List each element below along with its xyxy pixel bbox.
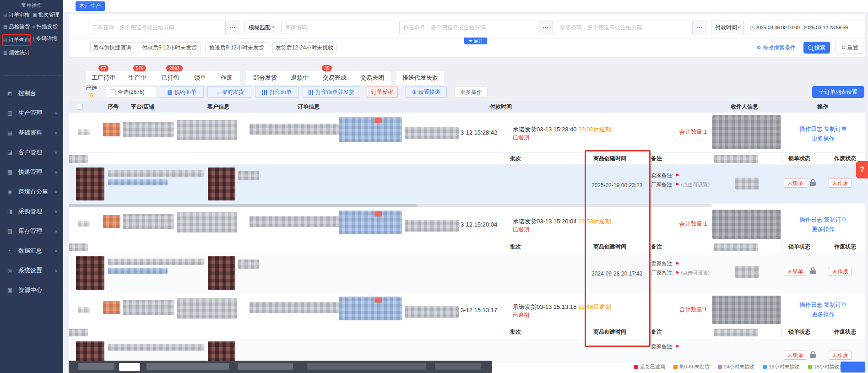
sidebar-item-crossborder[interactable]: ◉跨境首公里∨ xyxy=(0,182,63,201)
tab-factory-production[interactable]: 本厂生产 xyxy=(76,1,105,11)
save-quick-query-button[interactable]: 另存为快捷查询 xyxy=(90,42,134,53)
order-row-group: 3-12 15:20:04 承诺发货03-13 15:20:04 22:53后逾… xyxy=(69,208,865,293)
early-ship-button[interactable]: →提前发货 xyxy=(207,86,251,98)
horizontal-scrollbar[interactable] xyxy=(69,204,712,207)
reset-button[interactable]: ↻重置 xyxy=(835,42,864,54)
header-checkbox[interactable] xyxy=(77,104,83,110)
lock-icon[interactable] xyxy=(809,178,816,188)
redacted-shop-name xyxy=(123,122,174,137)
reaudit-button[interactable]: 订单反审 xyxy=(367,86,398,98)
tab-closed[interactable]: 交易关闭 xyxy=(353,71,391,85)
search-button[interactable]: 搜索 xyxy=(803,42,830,54)
sidebar-item-production[interactable]: ▥生产管理∨ xyxy=(0,103,63,123)
sidebar-item-label: 跨境首公里 xyxy=(18,188,48,196)
search-label: 搜索 xyxy=(814,44,825,52)
tab-packed[interactable]: 已打包 xyxy=(154,71,187,85)
op-copy-link[interactable]: 复制订单 xyxy=(824,302,847,308)
sidebar-item-express[interactable]: ▦快递管理∨ xyxy=(0,162,63,182)
sidebar-item-inventory[interactable]: ▧库存管理∨ xyxy=(0,221,63,241)
lock-icon[interactable] xyxy=(809,351,816,360)
op-more-link[interactable]: 更多操作 xyxy=(812,226,835,232)
order-query-more-button[interactable]: ••• xyxy=(226,21,240,34)
op-more-link[interactable]: 更多操作 xyxy=(812,135,835,142)
time-field-select[interactable]: 付款时间 xyxy=(711,21,744,34)
redacted-product-title xyxy=(108,259,204,265)
badge-in-production: 526 xyxy=(133,65,146,72)
order-query-input[interactable] xyxy=(88,21,226,34)
op-log-link[interactable]: 操作日志 xyxy=(799,302,822,308)
sidebar-item-console[interactable]: ◩控制台 xyxy=(0,83,63,103)
quick-link-batch-mgmt[interactable]: ▣批次管理 xyxy=(31,10,62,20)
production-icon: ▥ xyxy=(7,110,15,116)
subcol-void-status: 作废状态 xyxy=(834,241,856,254)
corner-action-button[interactable] xyxy=(841,362,865,373)
merchant-code-input[interactable] xyxy=(281,21,395,34)
filter-uncollected-12-24h[interactable]: 发货后12-24小时未揽收 xyxy=(272,42,336,53)
order-main-row: 3-12 15:20:04 承诺发货03-13 15:20:04 22:53后逾… xyxy=(69,208,865,241)
redacted-page-size xyxy=(238,363,293,370)
sidebar-item-customers[interactable]: ◪客户管理∨ xyxy=(0,142,63,162)
sidebar-item-system-settings[interactable]: ◎系统设置∨ xyxy=(0,260,63,280)
column-divider xyxy=(781,328,781,337)
sidebar-item-purchase[interactable]: ◨采购管理∨ xyxy=(0,201,63,221)
quick-link-performance-stats[interactable]: ▥绩效统计 xyxy=(2,48,31,58)
filter-pushed-unshipped-9-12h[interactable]: 推送后9-12小时未发货 xyxy=(205,42,268,53)
sub-order-list-settings-button[interactable]: 子订单列表设置 xyxy=(812,86,864,98)
qc-check-icon: ▤ xyxy=(3,24,7,29)
performance-stats-icon: ▥ xyxy=(3,50,7,55)
sidebar-item-label: 快递管理 xyxy=(18,168,42,176)
tab-partial-shipped[interactable]: 部分发货 xyxy=(246,71,284,85)
print-and-ship-button[interactable]: 打印面单并发货 xyxy=(303,86,360,98)
tab-locked[interactable]: 锁单 xyxy=(187,71,214,85)
legend-color-icon xyxy=(673,365,678,369)
tab-refunding[interactable]: 退款中 xyxy=(284,71,316,85)
quick-link-qc-check[interactable]: ▤品检验货 xyxy=(2,22,31,32)
sidebar-item-base-data[interactable]: ▤基础资料∨ xyxy=(0,123,63,142)
scrollbar-thumb[interactable] xyxy=(69,204,417,207)
lock-icon[interactable] xyxy=(809,267,816,276)
modify-search-link[interactable]: ⚙ 修改搜索条件 xyxy=(756,42,796,53)
quick-link-barcode-detail[interactable]: ∥条码详情 xyxy=(31,34,62,43)
tab-completed[interactable]: 交易完成 xyxy=(316,71,354,85)
redacted-customer-info xyxy=(177,120,237,140)
redacted-customer-info xyxy=(177,212,237,232)
tracking-number-input[interactable] xyxy=(399,21,538,34)
pickup-barcode-input[interactable] xyxy=(556,21,693,34)
match-mode-select[interactable]: 模糊匹配 xyxy=(244,21,278,34)
total-quantity: 合计数量:1 xyxy=(679,128,707,136)
print-label-button[interactable]: 打印面单 xyxy=(255,86,299,98)
tab-voided[interactable]: 作废 xyxy=(213,71,240,85)
op-copy-link[interactable]: 复制订单 xyxy=(824,126,847,132)
barcode-more-button[interactable]: ••• xyxy=(693,21,707,34)
quick-link-order-query[interactable]: ◎订单查询 xyxy=(2,34,31,46)
help-button[interactable]: ? xyxy=(856,161,868,178)
quick-link-scan-ship[interactable]: ≡扫描发货 xyxy=(31,22,62,32)
sidebar-item-data-summary[interactable]: ◔数据汇总∨ xyxy=(0,241,63,260)
op-copy-link[interactable]: 复制订单 xyxy=(824,216,847,223)
remark-hint: (点击可设置) xyxy=(681,270,709,276)
reserve-label-button[interactable]: ▤预约面单 xyxy=(160,86,204,98)
op-more-link[interactable]: 更多操作 xyxy=(812,311,835,318)
factory-remark: 厂家备注: ⚑ (点击可设置) xyxy=(651,270,710,276)
redacted-product-image xyxy=(208,168,235,200)
customers-icon: ◪ xyxy=(7,149,15,156)
quick-link-order-audit[interactable]: ☑订单审核 xyxy=(2,10,31,20)
date-range-input[interactable]: ◷2025-03-06 00:00:00 - 2025-03-12 23:59:… xyxy=(748,21,865,34)
tracking-more-button[interactable]: ••• xyxy=(538,21,553,34)
expand-search-button[interactable]: 展开 xyxy=(464,38,487,44)
sidebar-item-resource-center[interactable]: ▣资源中心 xyxy=(0,280,63,300)
set-express-button[interactable]: ⊕设置快递 xyxy=(406,86,447,98)
subcol-batch: 批次 xyxy=(510,153,521,165)
op-log-link[interactable]: 操作日志 xyxy=(799,126,822,132)
op-log-link[interactable]: 操作日志 xyxy=(799,216,822,223)
tab-push-dropship-failed[interactable]: 推送代发失败 xyxy=(396,71,445,85)
filter-unshipped-9-12h[interactable]: 付款后9-12小时未发货 xyxy=(138,42,201,53)
system-settings-icon: ◎ xyxy=(7,267,15,274)
legend-label: 18小时未揽收 xyxy=(769,363,799,370)
select-all-checkbox[interactable]: 全选(2676) xyxy=(106,86,156,98)
set-express-label: 设置快递 xyxy=(418,88,440,96)
redacted-recipient-info xyxy=(712,296,781,324)
tab-factory-pending[interactable]: 工厂待审 xyxy=(86,71,121,85)
tab-in-production[interactable]: 生产中 xyxy=(121,71,154,85)
more-actions-button[interactable]: 更多操作 xyxy=(455,86,488,98)
